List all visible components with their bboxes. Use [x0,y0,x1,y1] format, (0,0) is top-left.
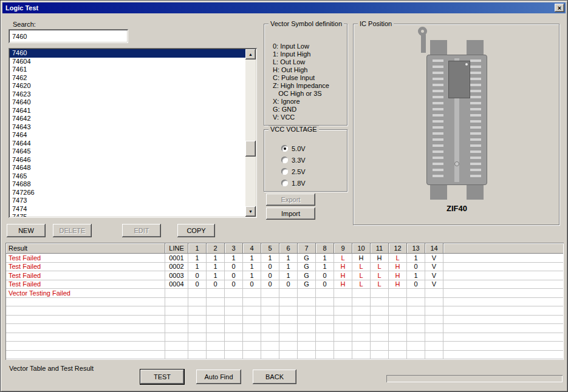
line-cell [165,333,188,342]
table-row[interactable]: Test Failed0004000000G0HLLH0V [6,280,563,289]
vcc-options: 5.0V 3.3V 2.5V 1.8V [264,130,347,191]
copy-button[interactable]: COPY [177,224,215,237]
result-table: ResultLINE1234567891011121314 Test Faile… [5,243,564,360]
vector-cell [188,342,207,351]
vector-cell [279,333,298,342]
vcc-option-1.8v[interactable]: 1.8V [281,179,306,187]
vector-cell [425,306,443,316]
vcc-option-3.3v[interactable]: 3.3V [281,156,306,164]
vector-cell [316,306,334,316]
column-header: 12 [389,243,407,254]
device-list-scrollbar[interactable]: ▲ ▼ [245,49,256,217]
vector-cell [243,316,261,325]
list-item[interactable]: 74688 [10,180,245,189]
table-row[interactable]: Test Failed0001111111G1LHHL1V [6,254,563,263]
filler-cell [443,254,563,263]
column-header-filler [443,243,563,254]
list-item[interactable]: 74646 [10,156,245,164]
vector-cell [316,316,334,325]
filler-cell [443,306,563,316]
vector-cell [188,306,207,316]
new-button[interactable]: NEW [7,224,46,237]
vector-cell [407,289,425,298]
vector-cell: G [298,263,316,272]
column-header: 10 [352,243,371,254]
vcc-option-5.0v[interactable]: 5.0V [281,144,306,152]
import-button[interactable]: Import [266,208,315,220]
vector-cell [298,333,316,342]
vector-cell [407,333,425,342]
inserted-chip [448,61,470,98]
window-title: Logic Test [5,4,38,12]
scroll-down-button[interactable]: ▼ [245,206,256,217]
ic-position-group-title: IC Position [358,20,394,27]
table-row[interactable]: Test Failed0003010101G0HLLH1V [6,271,563,280]
close-button[interactable]: × [555,4,564,12]
list-item[interactable]: 7475 [10,213,245,217]
vector-cell [389,306,407,316]
result-cell: Test Failed [6,254,165,263]
table-row[interactable] [6,316,563,325]
vector-cell [279,316,298,325]
symbol-definition-line: C: Pulse Input [273,74,329,82]
list-item[interactable]: 7464 [10,131,245,140]
vector-symbol-group: Vector Symbol definition 0: Input Low1: … [264,24,347,126]
table-row[interactable] [6,342,563,351]
socket-pin-slots-left [433,59,443,181]
search-input[interactable] [9,29,128,43]
vector-cell [371,351,389,360]
radio-icon [281,157,288,163]
list-item[interactable]: 74645 [10,147,245,156]
vector-cell [279,289,298,298]
edit-button: EDIT [122,224,161,237]
back-button[interactable]: BACK [253,370,296,384]
list-item[interactable]: 74604 [10,58,245,66]
vector-cell [425,351,443,360]
scroll-down-icon: ▼ [248,209,253,214]
column-header: 1 [188,243,207,254]
vector-cell [334,306,352,316]
list-item[interactable]: 7461 [10,66,245,74]
table-row[interactable] [6,351,563,360]
test-button[interactable]: TEST [140,370,184,384]
scroll-thumb[interactable] [245,141,256,157]
progress-bar [386,375,563,382]
list-item[interactable]: 74643 [10,123,245,132]
list-item[interactable]: 74641 [10,107,245,115]
result-cell: Test Failed [6,280,165,289]
table-row[interactable] [6,298,563,307]
list-item[interactable]: 74640 [10,98,245,107]
list-item[interactable]: 7460 [10,49,245,58]
vector-cell: G [298,254,316,263]
list-item[interactable]: 74620 [10,82,245,90]
table-row[interactable]: Vector Testing Failed [6,289,563,298]
vcc-option-2.5v[interactable]: 2.5V [281,167,306,175]
auto-find-button[interactable]: Auto Find [196,370,241,384]
list-item[interactable]: 74648 [10,164,245,172]
symbol-definition-line: 0: Input Low [273,42,329,50]
table-row[interactable] [6,324,563,333]
vector-cell [279,306,298,316]
table-row[interactable] [6,306,563,316]
list-item[interactable]: 74644 [10,140,245,148]
vector-cell [243,342,261,351]
vector-cell: H [389,263,407,272]
list-item[interactable]: 7465 [10,172,245,181]
table-row[interactable]: Test Failed0002110101G1HLLH0V [6,263,563,272]
list-item[interactable]: 74642 [10,115,245,123]
list-item[interactable]: 747266 [10,189,245,197]
titlebar[interactable]: Logic Test × [2,2,566,13]
vector-cell [407,351,425,360]
vector-cell: 1 [407,254,425,263]
list-item[interactable]: 7473 [10,197,245,205]
list-item[interactable]: 7474 [10,205,245,214]
vector-cell [389,324,407,333]
device-list-items: 7460746047461746274620746237464074641746… [10,49,245,217]
vector-cell: 1 [207,254,225,263]
scroll-up-button[interactable]: ▲ [245,49,256,59]
filler-cell [443,263,563,272]
list-item[interactable]: 7462 [10,74,245,83]
list-item[interactable]: 74623 [10,90,245,99]
vector-cell: L [352,280,371,289]
table-row[interactable] [6,333,563,342]
